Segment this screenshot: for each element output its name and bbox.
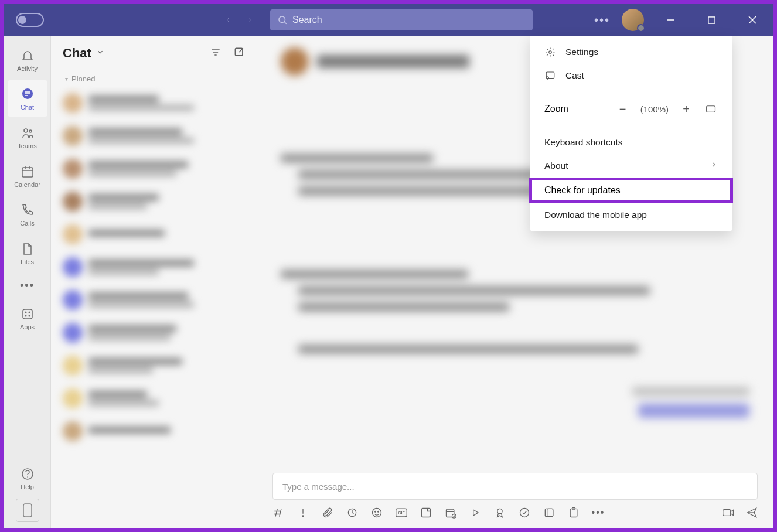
sticker-button[interactable]: [420, 507, 432, 519]
svg-rect-16: [546, 72, 554, 79]
svg-point-3: [24, 129, 28, 132]
search-icon: [277, 15, 288, 25]
chat-list-item[interactable]: [57, 349, 251, 382]
chat-list-item[interactable]: [57, 120, 251, 152]
rail-chat[interactable]: Chat: [8, 80, 47, 117]
emoji-button[interactable]: [371, 507, 383, 519]
svg-point-15: [549, 51, 552, 54]
clipboard-icon: [568, 507, 580, 519]
compose-more-button[interactable]: •••: [592, 507, 604, 519]
rail-mobile-button[interactable]: [16, 499, 39, 522]
gear-icon: [544, 46, 556, 58]
praise-button[interactable]: [494, 507, 506, 519]
menu-keyboard-shortcuts[interactable]: Keyboard shortcuts: [530, 131, 732, 154]
menu-cast[interactable]: Cast: [530, 64, 732, 87]
approvals-button[interactable]: [519, 507, 530, 519]
rail-more[interactable]: •••: [8, 274, 47, 298]
menu-download-mobile[interactable]: Download the mobile app: [530, 203, 732, 227]
minimize-button[interactable]: [656, 4, 685, 36]
user-avatar[interactable]: [622, 9, 644, 31]
svg-point-4: [29, 130, 32, 132]
chat-list-item[interactable]: [57, 87, 251, 120]
menu-cast-label: Cast: [565, 70, 584, 81]
send-icon: [746, 507, 758, 519]
rail-help[interactable]: Help: [8, 460, 47, 496]
svg-point-7: [25, 312, 26, 313]
svg-rect-25: [422, 509, 431, 517]
search-input[interactable]: Search: [270, 9, 533, 30]
menu-check-updates[interactable]: Check for updates: [529, 178, 733, 203]
priority-button[interactable]: [297, 507, 309, 519]
calendar-plus-icon: [445, 507, 456, 519]
rail-calendar[interactable]: Calendar: [8, 158, 47, 194]
chat-list-item[interactable]: [57, 152, 251, 185]
chat-list-item[interactable]: [57, 251, 251, 284]
rail-teams[interactable]: Teams: [8, 119, 47, 155]
viva-button[interactable]: [543, 507, 555, 519]
pinned-section-label[interactable]: Pinned: [51, 71, 257, 87]
stream-button[interactable]: [469, 507, 481, 519]
chat-list-item[interactable]: [57, 382, 251, 415]
zoom-in-button[interactable]: +: [679, 102, 693, 116]
new-chat-button[interactable]: [233, 46, 245, 60]
chat-list-item[interactable]: [57, 415, 251, 448]
attach-button[interactable]: [322, 507, 333, 519]
filter-icon: [210, 46, 221, 58]
close-window-button[interactable]: [738, 4, 767, 36]
loop-button[interactable]: [346, 507, 358, 519]
compose-icon: [233, 46, 245, 58]
more-options-button[interactable]: •••: [594, 13, 610, 27]
menu-zoom-row: Zoom − (100%) +: [530, 95, 732, 123]
mobile-icon: [22, 503, 33, 518]
svg-rect-31: [547, 509, 553, 516]
presence-badge-icon: [637, 24, 645, 32]
title-bar: Search •••: [4, 4, 773, 36]
svg-point-20: [373, 509, 381, 517]
menu-about[interactable]: About: [530, 154, 732, 178]
menu-zoom-label: Zoom: [544, 104, 616, 114]
fullscreen-button[interactable]: [704, 102, 718, 116]
menu-about-label: About: [544, 161, 568, 171]
chevron-right-icon: [710, 161, 718, 171]
zoom-value: (100%): [640, 104, 669, 114]
chat-list-item[interactable]: [57, 218, 251, 251]
format-button[interactable]: [272, 507, 284, 519]
format-icon: [272, 507, 284, 519]
bell-icon: [19, 47, 36, 64]
chat-list-item[interactable]: [57, 316, 251, 349]
chat-list-item[interactable]: [57, 185, 251, 218]
fullscreen-icon: [706, 105, 716, 113]
svg-rect-6: [23, 309, 32, 319]
polls-button[interactable]: [568, 507, 580, 519]
svg-point-12: [27, 476, 28, 478]
svg-point-28: [497, 509, 502, 513]
rail-files[interactable]: Files: [8, 235, 47, 271]
menu-settings[interactable]: Settings: [530, 40, 732, 64]
nav-forward-button[interactable]: [242, 12, 258, 28]
chevron-down-icon[interactable]: [96, 48, 104, 59]
gif-icon: GIF: [396, 507, 407, 518]
video-clip-button[interactable]: [723, 507, 734, 519]
message-input[interactable]: Type a message...: [272, 473, 758, 500]
menu-settings-label: Settings: [565, 47, 598, 57]
nav-back-button[interactable]: [220, 12, 236, 28]
presence-toggle[interactable]: [16, 13, 44, 27]
svg-point-18: [302, 516, 304, 517]
rail-activity[interactable]: Activity: [8, 42, 47, 78]
svg-point-21: [375, 511, 376, 513]
rail-apps[interactable]: Apps: [8, 300, 47, 336]
gif-button[interactable]: GIF: [396, 507, 407, 519]
maximize-button[interactable]: [697, 4, 726, 36]
send-button[interactable]: [746, 507, 758, 519]
chat-list-item[interactable]: [57, 284, 251, 316]
filter-button[interactable]: [210, 46, 221, 60]
zoom-out-button[interactable]: −: [616, 102, 630, 116]
svg-point-10: [28, 315, 30, 317]
schedule-button[interactable]: [445, 507, 456, 519]
teams-icon: [19, 125, 36, 141]
rail-calls[interactable]: Calls: [8, 196, 47, 233]
menu-keyboard-label: Keyboard shortcuts: [544, 137, 623, 148]
exclamation-icon: [297, 507, 309, 519]
chat-list: [51, 87, 257, 528]
search-placeholder: Search: [292, 15, 322, 25]
